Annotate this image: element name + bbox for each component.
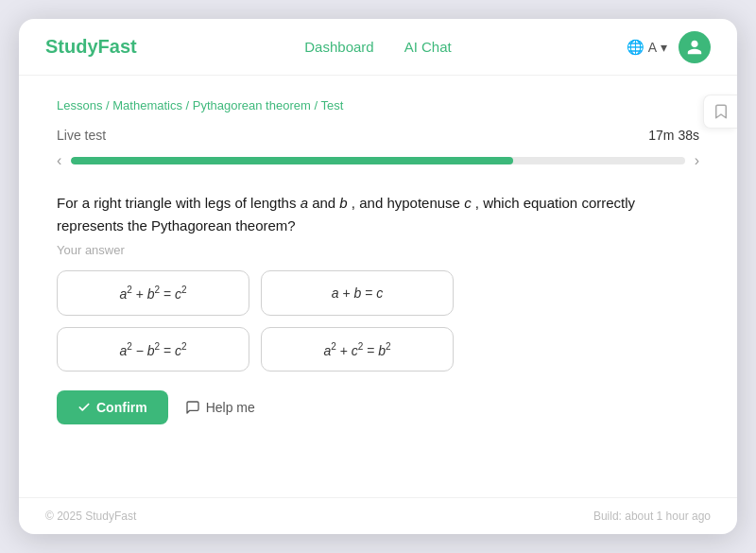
avatar[interactable]	[679, 31, 711, 63]
lang-button[interactable]: 🌐 A ▾	[627, 39, 667, 56]
logo-prefix: Study	[45, 36, 98, 57]
options-grid: a2 + b2 = c2 a + b = c a2 − b2 = c2 a2 +…	[57, 270, 454, 372]
option-3[interactable]: a2 − b2 = c2	[57, 327, 249, 372]
checkmark-icon	[77, 401, 91, 414]
question-text: For a right triangle with legs of length…	[57, 192, 699, 237]
nav-dashboard[interactable]: Dashboard	[304, 39, 373, 55]
header: StudyFast Dashboard AI Chat 🌐 A ▾	[19, 19, 737, 76]
breadcrumb: Lessons / Mathematics / Pythagorean theo…	[57, 98, 699, 112]
header-right: 🌐 A ▾	[627, 31, 711, 63]
lang-label: A	[648, 40, 657, 55]
chat-icon	[185, 400, 200, 415]
progress-fill	[71, 157, 513, 164]
actions: Confirm Help me	[57, 390, 699, 424]
nav-ai-chat[interactable]: AI Chat	[404, 39, 452, 55]
build-info: Build: about 1 hour ago	[593, 510, 711, 523]
copyright: © 2025 StudyFast	[45, 510, 136, 523]
timer: 17m 38s	[648, 128, 699, 143]
user-icon	[686, 39, 703, 56]
option-2[interactable]: a + b = c	[261, 270, 454, 316]
next-arrow[interactable]: ›	[695, 152, 699, 169]
chevron-down-icon: ▾	[661, 40, 667, 55]
prev-arrow[interactable]: ‹	[57, 152, 61, 169]
test-header: Live test 17m 38s	[57, 128, 699, 143]
progress-row: ‹ ›	[57, 152, 699, 169]
help-button[interactable]: Help me	[185, 400, 255, 415]
footer: © 2025 StudyFast Build: about 1 hour ago	[19, 497, 737, 534]
option-4[interactable]: a2 + c2 = b2	[261, 327, 454, 372]
logo-suffix: Fast	[98, 36, 137, 57]
your-answer-label: Your answer	[57, 243, 699, 257]
main-content: Lessons / Mathematics / Pythagorean theo…	[19, 76, 737, 497]
option-1[interactable]: a2 + b2 = c2	[57, 270, 249, 316]
confirm-button[interactable]: Confirm	[57, 390, 168, 424]
live-test-label: Live test	[57, 128, 106, 143]
lang-icon: 🌐	[627, 39, 644, 56]
progress-bar	[71, 157, 684, 164]
app-window: StudyFast Dashboard AI Chat 🌐 A ▾ Lesson…	[19, 19, 737, 534]
nav: Dashboard AI Chat	[304, 39, 451, 55]
logo: StudyFast	[45, 36, 137, 58]
bookmark-icon[interactable]	[703, 95, 737, 129]
